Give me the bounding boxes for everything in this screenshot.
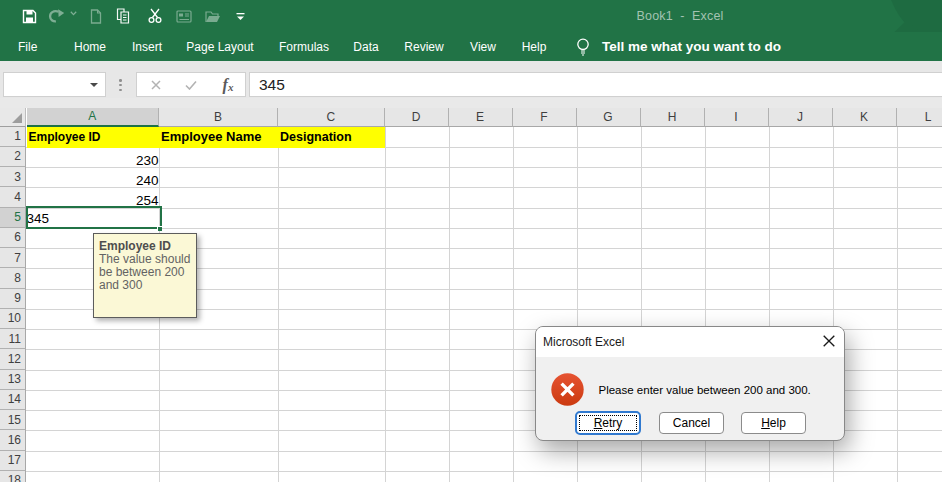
cut-icon[interactable] <box>146 0 163 32</box>
button-accelerator: H <box>761 416 770 430</box>
form-icon[interactable] <box>175 0 192 32</box>
ribbon-tab-data[interactable]: Data <box>353 32 378 61</box>
formula-value: 345 <box>259 76 285 94</box>
gridline <box>26 471 942 472</box>
button-label: elp <box>770 416 786 430</box>
row-header-10[interactable]: 10 <box>0 309 26 329</box>
gridline <box>26 167 942 168</box>
row-header-16[interactable]: 16 <box>0 430 26 450</box>
active-cell-border <box>26 206 162 229</box>
name-box[interactable] <box>3 72 106 97</box>
ribbon-tab-insert[interactable]: Insert <box>132 32 162 61</box>
redo-icon[interactable] <box>48 0 65 32</box>
close-icon <box>823 335 835 347</box>
cancel-icon[interactable] <box>147 73 165 96</box>
column-header-I[interactable]: I <box>705 108 769 127</box>
column-header-K[interactable]: K <box>833 108 897 127</box>
gridline <box>449 127 450 482</box>
column-header-H[interactable]: H <box>641 108 705 127</box>
column-header-A[interactable]: A <box>27 108 160 127</box>
formula-buttons: fx <box>136 72 246 97</box>
dialog-close-button[interactable] <box>818 330 840 352</box>
fx-x-glyph: x <box>228 81 234 93</box>
gridline <box>26 451 942 452</box>
dialog-title-bar: Microsoft Excel <box>536 327 844 357</box>
column-header-J[interactable]: J <box>769 108 833 127</box>
gridline <box>26 208 942 209</box>
row-header-13[interactable]: 13 <box>0 370 26 390</box>
ribbon-tab-home[interactable]: Home <box>74 32 106 61</box>
cell[interactable]: Designation <box>278 127 385 147</box>
excel-window: Book1 - Excel Tell me what you want to d… <box>0 0 942 482</box>
cell[interactable]: 240 <box>27 167 160 187</box>
row-header-5[interactable]: 5 <box>0 208 26 228</box>
dialog-button-help[interactable]: Help <box>741 412 806 434</box>
customize-qat-icon[interactable] <box>235 0 246 32</box>
column-header-G[interactable]: G <box>577 108 641 127</box>
window-title: Book1 - Excel <box>636 0 723 32</box>
column-header-B[interactable]: B <box>159 108 278 127</box>
row-header-3[interactable]: 3 <box>0 167 26 187</box>
gridline <box>385 127 386 482</box>
name-box-dropdown-icon[interactable] <box>90 83 98 87</box>
formula-bar-splitter-icon[interactable] <box>119 79 122 91</box>
row-header-7[interactable]: 7 <box>0 248 26 268</box>
focus-ring <box>579 415 637 431</box>
row-header-14[interactable]: 14 <box>0 390 26 410</box>
redo-caret-icon[interactable] <box>69 0 77 29</box>
title-bar: Book1 - Excel <box>0 0 942 32</box>
button-label: Cancel <box>673 416 710 430</box>
splitter-dot <box>119 89 122 92</box>
splitter-dot <box>119 84 122 87</box>
enter-icon[interactable] <box>182 73 200 96</box>
row-header-8[interactable]: 8 <box>0 268 26 288</box>
insert-function-icon[interactable]: fx <box>218 73 238 96</box>
select-all-triangle-icon <box>12 113 22 123</box>
save-icon[interactable] <box>21 0 37 32</box>
row-header-11[interactable]: 11 <box>0 329 26 349</box>
row-header-18[interactable]: 18 <box>0 471 26 482</box>
tooltip-line: The value should <box>99 253 192 266</box>
row-header-12[interactable]: 12 <box>0 349 26 369</box>
column-header-E[interactable]: E <box>449 108 513 127</box>
ribbon-tab-review[interactable]: Review <box>404 32 443 61</box>
row-header-2[interactable]: 2 <box>0 147 26 167</box>
formula-input[interactable]: 345 <box>249 72 942 97</box>
dialog-button-cancel[interactable]: Cancel <box>659 412 724 434</box>
row-header-9[interactable]: 9 <box>0 289 26 309</box>
row-header-17[interactable]: 17 <box>0 451 26 471</box>
splitter-dot <box>119 79 122 82</box>
tooltip-line: and 300 <box>99 279 192 292</box>
ribbon-tab-formulas[interactable]: Formulas <box>279 32 329 61</box>
ribbon-tab-file[interactable]: File <box>18 32 37 61</box>
copy-icon[interactable] <box>115 0 133 32</box>
error-icon <box>551 373 584 406</box>
row-header-6[interactable]: 6 <box>0 228 26 248</box>
tooltip-title: Employee ID <box>99 240 192 253</box>
cell[interactable]: 254 <box>27 187 160 207</box>
tooltip-message: The value shouldbe between 200and 300 <box>99 253 192 293</box>
gridline <box>513 127 514 482</box>
column-header-L[interactable]: L <box>897 108 942 127</box>
new-document-icon[interactable] <box>89 0 102 32</box>
tell-me-box[interactable]: Tell me what you want to do <box>602 32 781 61</box>
open-folder-icon[interactable] <box>204 0 221 32</box>
dialog-button-retry[interactable]: Retry <box>575 411 641 435</box>
ribbon-tab-view[interactable]: View <box>470 32 496 61</box>
column-header-C[interactable]: C <box>278 108 385 127</box>
lightbulb-icon <box>576 38 590 60</box>
row-header-1[interactable]: 1 <box>0 127 26 147</box>
ribbon-tab-help[interactable]: Help <box>522 32 547 61</box>
cell[interactable]: 230 <box>27 147 160 167</box>
column-header-F[interactable]: F <box>513 108 577 127</box>
select-all-corner[interactable] <box>0 108 26 127</box>
fill-handle[interactable] <box>157 226 163 231</box>
column-header-D[interactable]: D <box>385 108 449 127</box>
row-header-4[interactable]: 4 <box>0 187 26 207</box>
formula-bar: fx 345 <box>0 61 942 98</box>
row-header-15[interactable]: 15 <box>0 410 26 430</box>
cell[interactable]: Employee Name <box>159 127 278 147</box>
cell[interactable]: Employee ID <box>27 127 160 147</box>
ribbon-tab-page-layout[interactable]: Page Layout <box>186 32 253 61</box>
gridline <box>897 127 898 482</box>
